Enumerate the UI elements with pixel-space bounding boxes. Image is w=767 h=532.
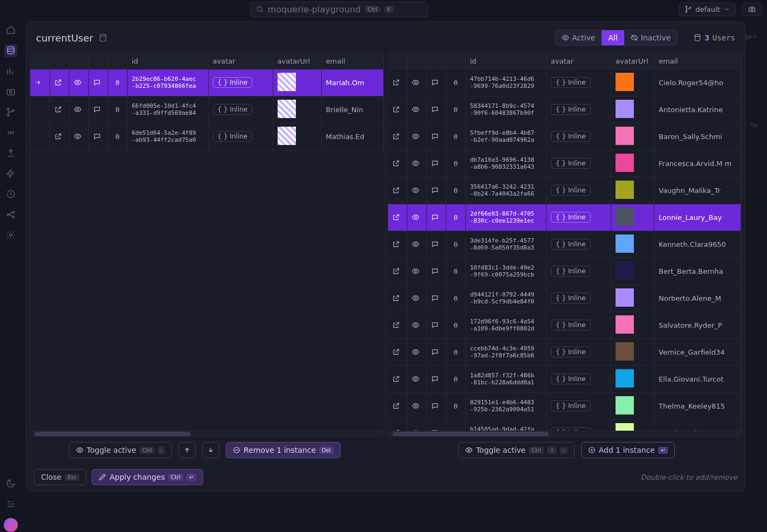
comment-icon[interactable] — [427, 258, 446, 285]
rail-bolt[interactable] — [4, 167, 17, 180]
seg-all[interactable]: All — [602, 30, 624, 45]
comment-icon[interactable] — [427, 96, 446, 123]
email-cell[interactable]: Vernice_Garfield34 — [654, 338, 741, 365]
avatar-cell[interactable]: { } Inline — [547, 177, 611, 204]
eye-icon[interactable] — [407, 231, 427, 258]
id-cell[interactable]: 3de314fe-b25f-4577-8d69-5a050f35d8a3 — [466, 231, 547, 258]
move-up-button[interactable] — [178, 442, 196, 458]
remove-instance-button[interactable]: Remove 1 instance Del — [226, 442, 341, 458]
rail-chart[interactable] — [4, 65, 17, 78]
id-cell[interactable]: 66fd005e-10d1-4fc4-a331-d9ffd569ae84 — [127, 96, 208, 123]
id-cell[interactable]: 5fbeff9d-e8b4-4b87-b2ef-90aad074962a — [466, 123, 547, 150]
external-link-icon[interactable] — [388, 285, 407, 312]
comment-icon[interactable] — [427, 419, 446, 431]
rail-home[interactable] — [4, 24, 17, 37]
email-cell[interactable]: Salvatore.Ryder_P — [654, 312, 741, 338]
inline-button[interactable]: { } Inline — [213, 131, 253, 142]
comment-icon[interactable] — [427, 285, 446, 312]
rail-history[interactable] — [4, 188, 17, 201]
inline-button[interactable]: { } Inline — [551, 131, 591, 142]
email-cell[interactable]: Baron_Sally.Schmi — [654, 123, 741, 150]
comment-icon[interactable] — [88, 123, 108, 150]
id-cell[interactable]: 47bb714b-4213-46d6-9699-76a0d23f2829 — [466, 69, 547, 96]
table-row[interactable]: 01a82d857-f32f-486b-81bc-b228a6ddd0a1{ }… — [388, 365, 741, 392]
eye-icon[interactable] — [407, 204, 427, 231]
email-cell[interactable]: Bert_Berta.Bernha — [654, 258, 741, 285]
rail-upload[interactable] — [4, 147, 17, 160]
toggle-active-button[interactable]: Toggle active Ctrl ; — [69, 442, 172, 458]
eye-icon[interactable] — [407, 258, 427, 285]
eye-icon[interactable] — [407, 365, 427, 392]
avatar-cell[interactable]: { } Inline — [547, 365, 611, 392]
seg-active[interactable]: Active — [555, 30, 602, 45]
email-cell[interactable]: Brielle_Nin — [321, 96, 383, 123]
eye-icon[interactable] — [69, 69, 88, 96]
table-row[interactable]: 0d944121f-0792-4449-b9cd-5cf9db4e84f0{ }… — [388, 285, 741, 312]
avatar-cell[interactable]: { } Inline — [547, 231, 611, 258]
avatar-cell[interactable]: { } Inline — [547, 285, 611, 312]
email-cell[interactable]: Ella.Giovani.Turcot — [654, 365, 741, 392]
comment-icon[interactable] — [88, 96, 108, 123]
h-scrollbar[interactable] — [388, 431, 742, 436]
inline-button[interactable]: { } Inline — [551, 158, 591, 169]
external-link-icon[interactable] — [388, 96, 407, 123]
table-row[interactable]: 06de51d64-5a2e-4f89-ab93-44ff2cad75a0{ }… — [30, 123, 383, 150]
external-link-icon[interactable] — [388, 204, 407, 231]
email-cell[interactable]: Mathias.Ed — [321, 123, 383, 150]
rail-database[interactable] — [4, 44, 17, 57]
avatar-cell[interactable]: { } Inline — [547, 338, 611, 365]
inline-button[interactable]: { } Inline — [551, 347, 591, 357]
external-link-icon[interactable] — [388, 419, 407, 431]
rail-moon[interactable] — [4, 477, 17, 490]
inline-button[interactable]: { } Inline — [551, 266, 591, 277]
inline-button[interactable]: { } Inline — [551, 212, 591, 223]
inline-button[interactable]: { } Inline — [551, 185, 591, 196]
comment-icon[interactable] — [88, 69, 108, 96]
h-scrollbar[interactable] — [30, 431, 384, 436]
external-link-icon[interactable] — [50, 69, 69, 96]
comment-icon[interactable] — [427, 312, 446, 338]
col-id[interactable]: id — [466, 54, 547, 69]
inline-button[interactable]: { } Inline — [213, 77, 253, 88]
id-cell[interactable]: d944121f-0792-4449-b9cd-5cf9db4e84f0 — [466, 285, 547, 312]
external-link-icon[interactable] — [388, 392, 407, 419]
eye-icon[interactable] — [407, 177, 427, 204]
comment-icon[interactable] — [427, 150, 446, 177]
external-link-icon[interactable] — [388, 69, 407, 96]
toggle-active-button[interactable]: Toggle active Ctrl ⇧ ; — [458, 442, 575, 458]
table-row[interactable]: 0b14505ad-9dad-42fa-bf18-1a8410312d97{ }… — [388, 419, 741, 431]
inline-button[interactable]: { } Inline — [551, 293, 591, 303]
rail-connections[interactable] — [4, 208, 17, 221]
id-cell[interactable]: 1a82d857-f32f-486b-81bc-b228a6ddd0a1 — [466, 365, 547, 392]
id-cell[interactable]: 6de51d64-5a2e-4f89-ab93-44ff2cad75a0 — [127, 123, 208, 150]
col-avatarurl[interactable]: avatarUrl — [611, 54, 654, 69]
table-row[interactable]: 03de314fe-b25f-4577-8d69-5a050f35d8a3{ }… — [388, 231, 741, 258]
email-cell[interactable]: Cielo.Roger54@ho — [654, 69, 741, 96]
rail-camera[interactable] — [4, 85, 17, 98]
external-link-icon[interactable] — [388, 312, 407, 338]
email-cell[interactable]: Vaughn_Malika_Tr — [654, 177, 741, 204]
id-cell[interactable]: 829151e1-e4b6-4483-925b-2362a9094a51 — [466, 392, 547, 419]
table-row[interactable]: 0829151e1-e4b6-4483-925b-2362a9094a51{ }… — [388, 392, 741, 419]
email-cell[interactable]: Kenneth.Clara9650 — [654, 231, 741, 258]
email-cell[interactable]: Antonietta.Katrine — [654, 96, 741, 123]
eye-icon[interactable] — [69, 123, 88, 150]
inline-button[interactable]: { } Inline — [551, 400, 591, 411]
avatar-cell[interactable]: { } Inline — [547, 419, 611, 431]
table-row[interactable]: 0db7a10a3-9696-4138-a8b6-90832331a643{ }… — [388, 150, 741, 177]
snapshot-button[interactable] — [742, 3, 762, 16]
table-row[interactable]: 02df66e03-867d-4705-830c-c0ee1239e1ec{ }… — [388, 204, 741, 231]
eye-icon[interactable] — [407, 312, 427, 338]
rail-branch[interactable] — [4, 106, 17, 119]
external-link-icon[interactable] — [50, 96, 69, 123]
avatar-cell[interactable]: { } Inline — [208, 96, 273, 123]
email-cell[interactable]: Thelma_Keeley815 — [654, 392, 741, 419]
external-link-icon[interactable] — [388, 258, 407, 285]
col-id[interactable]: id — [127, 54, 208, 69]
rail-sliders[interactable] — [4, 498, 17, 510]
id-cell[interactable]: 356417a6-3242-4231-8b24-7a4043a2fa66 — [466, 177, 547, 204]
external-link-icon[interactable] — [388, 177, 407, 204]
id-cell[interactable]: b14505ad-9dad-42fa-bf18-1a8410312d97 — [466, 419, 547, 431]
move-down-button[interactable] — [202, 442, 219, 458]
inline-button[interactable]: { } Inline — [213, 104, 253, 115]
